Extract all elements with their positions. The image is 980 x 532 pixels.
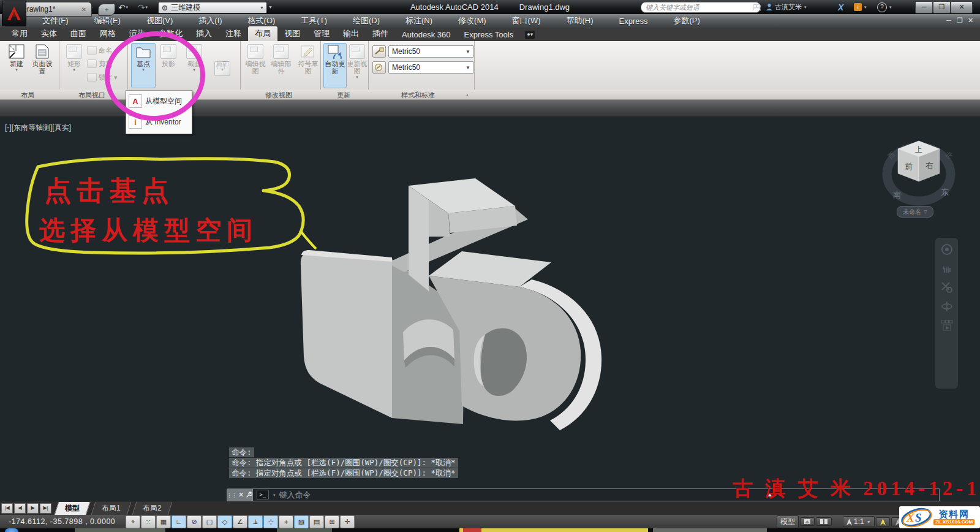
close-button[interactable]: ✕ xyxy=(951,1,973,13)
taskbar-item-active[interactable] xyxy=(459,528,648,532)
textstyle-combo[interactable]: Metric50▼ xyxy=(388,61,474,74)
orbit-icon[interactable] xyxy=(940,300,954,313)
menu-draw[interactable]: 绘图(D) xyxy=(340,15,393,26)
tab-layout2[interactable]: 布局2 xyxy=(132,502,172,515)
ribbon-button-rect-viewport[interactable]: 矩形 ▾ xyxy=(62,44,86,88)
panel-label-modify-view[interactable]: 修改视图 xyxy=(265,91,292,100)
ribbon-button-update-view[interactable]: 更新视图 ▾ xyxy=(347,44,368,88)
quick-view-layouts-icon[interactable] xyxy=(800,517,815,526)
menu-modify[interactable]: 修改(M) xyxy=(445,15,499,26)
annotation-monitor-toggle[interactable]: ✛ xyxy=(340,515,355,528)
panel-label-layout-viewports[interactable]: 布局视口 xyxy=(78,91,105,100)
ribbon-tab-surface[interactable]: 曲面 xyxy=(64,26,93,41)
ribbon-button-auto-update[interactable]: 自动更新 xyxy=(323,43,347,88)
ortho-toggle[interactable]: ∟ xyxy=(172,515,186,528)
viewcube-east-label[interactable]: 东 xyxy=(941,188,949,197)
dimstyle-icon[interactable] xyxy=(372,45,386,58)
tab-layout1[interactable]: 布局1 xyxy=(91,502,132,515)
taskbar-item[interactable] xyxy=(653,528,767,532)
undo-icon[interactable]: ↶▾ xyxy=(116,2,130,12)
ribbon-tab-output[interactable]: 输出 xyxy=(336,26,366,41)
qat-customize-icon[interactable]: ▼ xyxy=(263,2,277,12)
search-icon[interactable] xyxy=(752,2,761,12)
ribbon-button-named-viewport[interactable]: 命名 xyxy=(87,45,112,56)
tab-model[interactable]: 模型 xyxy=(55,502,91,515)
ribbon-button-edit-components[interactable]: 编辑部件 xyxy=(270,44,293,88)
lineweight-toggle[interactable]: ＋ xyxy=(279,515,293,528)
exchange-apps-icon[interactable]: X xyxy=(838,2,843,12)
restore-button[interactable]: ❐ xyxy=(933,1,951,13)
panel-label-update[interactable]: 更新 xyxy=(337,91,350,100)
menu-window[interactable]: 窗口(W) xyxy=(499,15,554,26)
viewcube-south-label[interactable]: 南 xyxy=(893,190,901,199)
osnap-toggle[interactable]: ▢ xyxy=(202,515,217,528)
snap-toggle[interactable]: ⁙ xyxy=(141,515,156,528)
panel-label-styles[interactable]: 样式和标准 xyxy=(401,91,435,100)
ribbon-button-base-view[interactable]: 基点 ▾ xyxy=(131,43,156,88)
menu-view[interactable]: 视图(V) xyxy=(134,15,186,26)
pan-icon[interactable] xyxy=(940,262,954,275)
quick-properties-toggle[interactable]: ▤ xyxy=(309,515,324,528)
menu-tools[interactable]: 工具(T) xyxy=(288,15,340,26)
download-icon[interactable]: ↓ ▾ xyxy=(854,2,867,12)
ribbon-tab-solid[interactable]: 实体 xyxy=(34,26,64,41)
dimstyle-combo[interactable]: Metric50▼ xyxy=(388,45,474,58)
taskbar-item[interactable] xyxy=(75,528,165,532)
textstyle-icon[interactable] xyxy=(372,61,386,74)
ribbon-tab-render[interactable]: 渲染 xyxy=(123,26,152,41)
ribbon-tab-parametric[interactable]: 参数化 xyxy=(152,26,189,41)
styles-dialog-launcher-icon[interactable]: ⌟ xyxy=(466,91,468,97)
selection-cycling-toggle[interactable]: ⊞ xyxy=(325,515,339,528)
ribbon-tab-express[interactable]: Express Tools xyxy=(458,28,521,41)
menu-parametric[interactable]: 参数(P) xyxy=(661,15,713,26)
connect-icon[interactable]: ●▾ xyxy=(525,31,535,39)
doc-minimize-icon[interactable]: ─ xyxy=(946,17,951,24)
ribbon-button-edit-view[interactable]: 编辑视图 xyxy=(244,44,267,88)
doc-restore-icon[interactable]: ❐ xyxy=(957,17,963,25)
minimize-button[interactable]: ─ xyxy=(915,1,933,13)
first-tab-icon[interactable]: |◀ xyxy=(1,503,13,514)
dynamic-input-toggle[interactable]: ⊹ xyxy=(263,515,278,528)
drawing-viewport[interactable]: [-][东南等轴测][真实] 点击基点 选择从模型空间 南 东 西 北 上 前 xyxy=(0,116,980,501)
grid-toggle[interactable]: ▦ xyxy=(156,515,171,528)
navigation-bar[interactable] xyxy=(935,238,958,389)
ribbon-tab-view[interactable]: 视图 xyxy=(277,26,307,41)
next-tab-icon[interactable]: ▶ xyxy=(27,503,39,514)
ribbon-button-symbol-sketch[interactable]: 符号草图 xyxy=(296,44,320,88)
new-drawing-button[interactable]: ＋ xyxy=(98,4,115,16)
ribbon-button-clip-viewport[interactable]: 剪裁 xyxy=(87,58,112,69)
help-icon[interactable]: ? ▾ xyxy=(877,2,892,12)
drawing-tab-close-icon[interactable]: ✕ xyxy=(81,6,86,13)
ribbon-tab-plugins[interactable]: 插件 xyxy=(366,26,395,41)
menu-express[interactable]: Express xyxy=(606,17,661,26)
prev-tab-icon[interactable]: ◀ xyxy=(14,503,26,514)
doc-close-icon[interactable]: ✕ xyxy=(968,17,973,25)
model-space-button[interactable]: 模型 xyxy=(777,515,799,528)
ribbon-tab-layout[interactable]: 布局 xyxy=(248,26,277,41)
navwheel-icon[interactable] xyxy=(940,243,954,256)
start-button[interactable] xyxy=(5,528,18,532)
menu-edit[interactable]: 编辑(E) xyxy=(81,15,134,26)
help-search-input[interactable]: 键入关键字或短语 xyxy=(641,2,761,13)
panel-label-layout[interactable]: 布局 xyxy=(21,91,34,100)
command-prompt-icon[interactable]: >_ xyxy=(257,490,269,500)
ribbon-tab-home[interactable]: 常用 xyxy=(5,26,34,41)
menu-insert[interactable]: 插入(I) xyxy=(186,15,235,26)
menu-file[interactable]: 文件(F) xyxy=(29,15,81,26)
redo-icon[interactable]: ↷▾ xyxy=(136,2,149,12)
ribbon-tab-mesh[interactable]: 网格 xyxy=(93,26,123,41)
command-line-handle[interactable]: ⋮⋮ ✕ xyxy=(227,488,252,501)
menu-item-from-model-space[interactable]: A 从模型空间 xyxy=(126,91,192,112)
menu-format[interactable]: 格式(O) xyxy=(235,15,288,26)
drag-grip-icon[interactable]: ⋮⋮ xyxy=(227,492,236,498)
taskbar-item[interactable] xyxy=(277,528,332,532)
menu-help[interactable]: 帮助(H) xyxy=(554,15,606,26)
ribbon-button-projected-view[interactable]: 投影 xyxy=(157,44,180,88)
ribbon-button-page-setup[interactable]: 页面设置 xyxy=(31,44,54,88)
otrack-toggle[interactable]: ∠ xyxy=(233,515,247,528)
polar-tracking-toggle[interactable]: ⊘ xyxy=(187,515,202,528)
dynamic-ucs-toggle[interactable]: ⫡ xyxy=(248,515,263,528)
transparency-toggle[interactable]: ▨ xyxy=(294,515,309,528)
zoom-icon[interactable] xyxy=(940,281,954,294)
annotation-visibility-icon[interactable] xyxy=(876,517,890,526)
